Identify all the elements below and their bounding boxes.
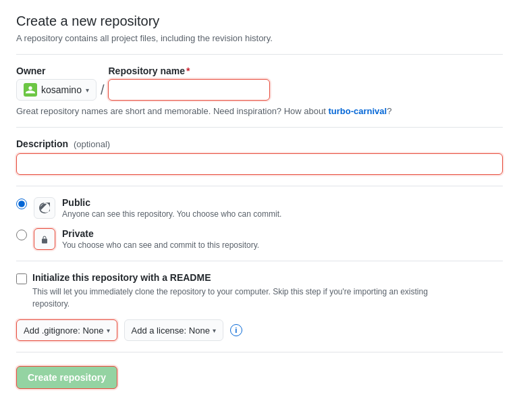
description-section: Description (optional) [16, 138, 503, 175]
divider-submit [16, 352, 503, 352]
readme-section: Initialize this repository with a README… [16, 272, 503, 341]
divider-top [16, 54, 503, 55]
owner-field-group: Owner kosamino ▾ [16, 65, 97, 101]
owner-avatar [24, 83, 37, 97]
readme-row: Initialize this repository with a README… [16, 272, 503, 310]
create-repository-button[interactable]: Create repository [16, 366, 117, 389]
public-icon [34, 197, 55, 219]
license-arrow: ▾ [213, 327, 216, 334]
readme-text: Initialize this repository with a README… [32, 272, 464, 310]
page-title: Create a new repository [16, 14, 503, 29]
owner-dropdown[interactable]: kosamino ▾ [16, 79, 97, 101]
addon-row: Add .gitignore: None ▾ Add a license: No… [16, 319, 503, 341]
slash-separator: / [101, 79, 105, 101]
private-option: Private You choose who can see and commi… [16, 228, 503, 250]
owner-dropdown-arrow: ▾ [86, 86, 89, 94]
description-input[interactable] [16, 153, 503, 175]
inspiration-text: Great repository names are short and mem… [16, 106, 503, 116]
owner-name: kosamino [41, 84, 82, 95]
owner-repo-row: Owner kosamino ▾ / Repository name* [16, 65, 503, 101]
repo-name-input[interactable] [108, 79, 270, 101]
visibility-section: Public Anyone can see this repository. Y… [16, 197, 503, 250]
public-text: Public Anyone can see this repository. Y… [62, 197, 281, 219]
gitignore-select[interactable]: Add .gitignore: None ▾ [16, 319, 117, 341]
divider-readme [16, 261, 503, 261]
gitignore-arrow: ▾ [107, 327, 110, 334]
create-btn-section: Create repository [16, 366, 503, 389]
owner-label: Owner [16, 65, 97, 76]
divider-description [16, 127, 503, 128]
private-icon [34, 228, 55, 250]
readme-checkbox[interactable] [16, 273, 27, 284]
private-text: Private You choose who can see and commi… [62, 228, 259, 250]
info-icon[interactable]: i [230, 324, 242, 336]
page-subtitle: A repository contains all project files,… [16, 33, 503, 43]
repo-name-field-group: Repository name* [108, 65, 270, 101]
inspiration-link[interactable]: turbo-carnival [328, 106, 387, 116]
description-label: Description (optional) [16, 138, 110, 149]
public-option: Public Anyone can see this repository. Y… [16, 197, 503, 219]
public-radio[interactable] [16, 199, 27, 209]
required-marker: * [186, 65, 190, 76]
divider-visibility [16, 186, 503, 186]
repo-name-label: Repository name* [108, 65, 270, 76]
license-select[interactable]: Add a license: None ▾ [124, 319, 223, 341]
private-radio[interactable] [16, 230, 27, 240]
